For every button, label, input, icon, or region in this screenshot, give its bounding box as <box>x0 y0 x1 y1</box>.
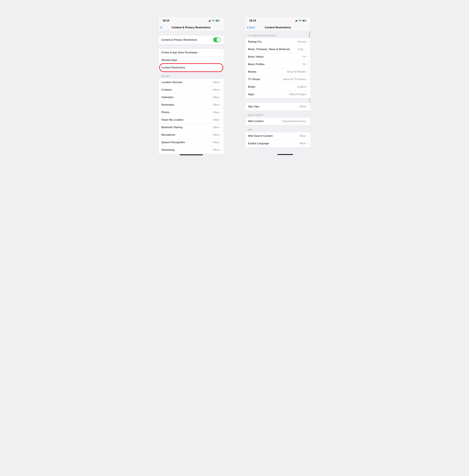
chevron-right-icon: › <box>307 48 308 51</box>
status-bar: 18:15 ⚡︎ <box>159 17 224 24</box>
row-app-clips[interactable]: App Clips Allow › <box>245 103 310 110</box>
chevron-right-icon: › <box>307 55 308 59</box>
chevron-right-icon: › <box>220 96 221 99</box>
store-row[interactable]: AppsAllow All Apps› <box>245 91 310 98</box>
row-value: Russia <box>298 40 306 43</box>
chevron-right-icon: › <box>220 141 221 144</box>
row-value: Allow <box>299 142 306 145</box>
toggle-label: Content & Privacy Restrictions <box>162 38 213 41</box>
row-label: Contacts <box>162 88 213 91</box>
row-label: Web Search Content <box>248 135 299 137</box>
row-allowed-apps[interactable]: Allowed Apps › <box>159 56 224 64</box>
status-icons: ⚡︎ <box>295 20 307 22</box>
row-label: iTunes & App Store Purchases <box>162 51 221 54</box>
toggle-switch[interactable] <box>213 37 221 42</box>
chevron-right-icon: › <box>220 88 221 92</box>
store-row[interactable]: BooksExplicit› <box>245 83 310 91</box>
row-label: Books <box>248 85 297 88</box>
chevron-right-icon: › <box>220 126 221 129</box>
section-header-web: WEB CONTENT <box>245 110 310 117</box>
status-time: 18:15 <box>249 19 256 22</box>
row-content-restrictions[interactable]: Content Restrictions › <box>159 64 224 71</box>
privacy-row[interactable]: MicrophoneAllow› <box>159 131 224 139</box>
row-label: Music Profiles <box>248 63 302 66</box>
privacy-row[interactable]: AdvertisingAllow› <box>159 146 224 154</box>
chevron-left-icon <box>160 26 162 29</box>
siri-row[interactable]: Web Search ContentAllow› <box>245 132 310 140</box>
store-row[interactable]: Music, Podcasts, News & WorkoutsExpl…› <box>245 46 310 53</box>
status-bar: 18:15 ⚡︎ <box>245 17 310 24</box>
privacy-row[interactable]: Bluetooth SharingAllow› <box>159 124 224 131</box>
row-label: Location Services <box>162 81 213 84</box>
back-label: Back <box>249 26 255 29</box>
store-row[interactable]: Music ProfilesOn› <box>245 61 310 68</box>
row-label: Calendars <box>162 96 213 99</box>
home-indicator <box>277 154 293 155</box>
chevron-right-icon: › <box>307 70 308 74</box>
chevron-right-icon: › <box>220 148 221 152</box>
cellular-icon <box>209 20 211 22</box>
row-value: On <box>302 63 306 66</box>
row-web-content[interactable]: Web Content Unrestricted Access › <box>245 118 310 125</box>
row-value: Allow <box>213 111 219 114</box>
row-value: Allow <box>213 148 219 152</box>
row-label: Microphone <box>162 133 213 136</box>
row-value: Allow <box>213 118 219 121</box>
page-title: Content & Privacy Restrictions <box>172 26 211 29</box>
chevron-right-icon: › <box>220 103 221 107</box>
chevron-left-icon <box>247 26 249 29</box>
chevron-right-icon: › <box>307 134 308 138</box>
store-row[interactable]: MoviesAllow All Movies› <box>245 68 310 76</box>
cellular-icon <box>295 20 298 22</box>
row-label: Reminders <box>162 103 213 106</box>
row-value: Allow <box>213 141 219 144</box>
row-label: Music Videos <box>248 55 302 58</box>
row-itunes-purchases[interactable]: iTunes & App Store Purchases › <box>159 49 224 56</box>
row-value: Allow All Movies <box>287 70 306 73</box>
row-value: Explicit <box>297 85 306 88</box>
privacy-row[interactable]: ContactsAllow› <box>159 86 224 94</box>
privacy-row[interactable]: CalendarsAllow› <box>159 94 224 101</box>
row-value: Allow <box>213 126 219 129</box>
battery-icon: ⚡︎ <box>216 20 220 22</box>
phone-right: 18:15 ⚡︎ Back Content Restrictions ALLOW… <box>245 17 310 156</box>
chevron-right-icon: › <box>307 63 308 66</box>
group-store: Ratings ForRussia›Music, Podcasts, News … <box>245 38 310 98</box>
row-value: Allow <box>299 105 306 108</box>
row-label: Share My Location <box>162 118 213 121</box>
chevron-right-icon: › <box>220 111 221 114</box>
row-label: Bluetooth Sharing <box>162 126 213 129</box>
page-title: Content Restrictions <box>265 26 291 29</box>
row-label: Photos <box>162 111 213 114</box>
row-value: Allow <box>213 103 219 106</box>
back-button[interactable]: Back <box>247 24 255 31</box>
row-value: Allow All Apps <box>289 93 306 96</box>
row-label: Apps <box>248 93 289 96</box>
store-row[interactable]: Ratings ForRussia› <box>245 38 310 46</box>
section-header-privacy: PRIVACY <box>159 71 224 78</box>
row-value: Expl… <box>298 48 306 51</box>
row-value: Allow <box>299 135 306 137</box>
privacy-row[interactable]: PhotosAllow› <box>159 109 224 116</box>
chevron-right-icon: › <box>307 78 308 81</box>
row-label: Allowed Apps <box>162 59 221 62</box>
toggle-row-content-privacy[interactable]: Content & Privacy Restrictions <box>159 35 224 44</box>
row-value: Allow <box>213 96 219 99</box>
siri-row[interactable]: Explicit LanguageAllow› <box>245 140 310 147</box>
chevron-right-icon: › <box>307 85 308 88</box>
privacy-row[interactable]: Speech RecognitionAllow› <box>159 139 224 146</box>
chevron-right-icon: › <box>220 133 221 136</box>
store-row[interactable]: Music VideosOn› <box>245 53 310 61</box>
back-button[interactable] <box>160 24 162 31</box>
privacy-row[interactable]: Location ServicesAllow› <box>159 79 224 86</box>
chevron-right-icon: › <box>307 40 308 44</box>
row-value: Allow <box>213 81 219 84</box>
privacy-row[interactable]: RemindersAllow› <box>159 101 224 109</box>
nav-bar: Back Content Restrictions <box>245 24 310 31</box>
chevron-right-icon: › <box>220 118 221 121</box>
privacy-row[interactable]: Share My LocationAllow› <box>159 116 224 124</box>
store-row[interactable]: TV ShowsAllow All TV Shows› <box>245 76 310 83</box>
chevron-right-icon: › <box>220 81 221 84</box>
content-area: Content & Privacy Restrictions iTunes & … <box>159 31 224 156</box>
row-label: Ratings For <box>248 40 298 43</box>
